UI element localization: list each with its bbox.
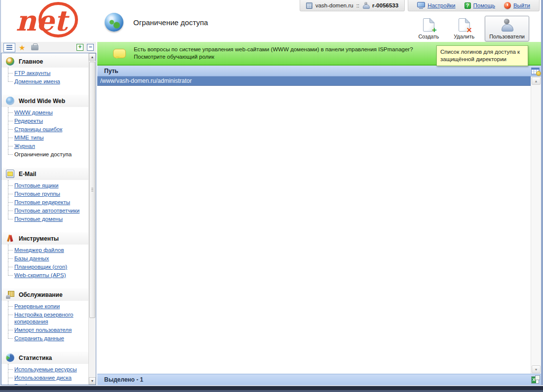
- topbar-link: Настройки: [417, 2, 455, 9]
- list-view-icon: [6, 45, 12, 50]
- sidebar-section-header[interactable]: Главное: [1, 55, 88, 68]
- sidebar-item-link[interactable]: Настройка резервного копирования: [14, 312, 73, 324]
- sidebar-section-header[interactable]: World Wide Web: [1, 95, 88, 107]
- logout-link[interactable]: Выйти: [513, 2, 530, 8]
- sidebar-item-link[interactable]: Почтовые редиректы: [14, 199, 70, 205]
- sidebar-section-header[interactable]: Инструменты: [1, 232, 88, 245]
- help-link[interactable]: Помощь: [473, 2, 495, 8]
- topbar-link: Выйти: [504, 2, 530, 9]
- sidebar-item-link[interactable]: Почтовые автоответчики: [14, 208, 79, 214]
- excel-export-icon[interactable]: [531, 376, 539, 384]
- expand-all-button[interactable]: +: [77, 44, 83, 51]
- grid-scroll-up-button[interactable]: ▲: [532, 77, 541, 85]
- sidebar-item[interactable]: Почтовые ящики: [1, 181, 88, 189]
- stats-section-icon: [6, 354, 14, 362]
- sidebar-section-title: Главное: [19, 58, 43, 65]
- favorites-star-icon[interactable]: ★: [19, 44, 25, 51]
- sidebar-item-link[interactable]: Журнал: [14, 143, 35, 149]
- sidebar-item[interactable]: WWW домены: [1, 108, 88, 116]
- ispmanager-window: net Ограничение доступа vash-domen.ru ::…: [0, 0, 543, 392]
- sidebar-item[interactable]: Планировщик (cron): [1, 263, 88, 271]
- sidebar-scroll-thumb[interactable]: [89, 62, 95, 318]
- topbar-link: Помощь: [465, 2, 495, 9]
- delete-button[interactable]: Удалить: [449, 15, 479, 41]
- sidebar-item-link[interactable]: Почтовые домены: [14, 216, 63, 222]
- sidebar-scrollbar[interactable]: ▲ ▼: [88, 53, 96, 385]
- sidebar-item[interactable]: Редиректы: [1, 117, 88, 125]
- sidebar-item[interactable]: Настройка резервного копирования: [1, 311, 88, 325]
- sidebar-item[interactable]: Трафик: [1, 382, 88, 385]
- topbar-domain: vash-domen.ru: [315, 2, 353, 8]
- create-button[interactable]: Создать: [414, 15, 443, 41]
- sidebar-item[interactable]: Ограничение доступа: [1, 150, 88, 158]
- toolbar-button-label: Пользователи: [489, 34, 525, 39]
- sidebar-item[interactable]: Базы данных: [1, 254, 88, 262]
- sidebar-item-link[interactable]: Почтовые ящики: [14, 182, 58, 188]
- sidebar-item[interactable]: Резервные копии: [1, 302, 88, 310]
- grid-scrollbar[interactable]: ▲ ▼: [531, 76, 541, 374]
- sidebar-item-link[interactable]: FTP аккаунты: [14, 70, 50, 76]
- sidebar-section-items: Менеджер файловБазы данныхПланировщик (c…: [1, 245, 88, 283]
- sidebar-item[interactable]: Доменные имена: [1, 77, 88, 85]
- sidebar-item[interactable]: FTP аккаунты: [1, 69, 88, 77]
- hint-tooltip: Список логинов для доступа к защищённой …: [436, 45, 528, 66]
- collapse-all-button[interactable]: −: [87, 44, 94, 51]
- help-book-icon: [465, 2, 471, 9]
- toolbox-view-button[interactable]: [29, 43, 40, 52]
- sidebar: ★ + − Главное FTP аккаунтыДоменные имена…: [1, 42, 96, 385]
- list-view-button[interactable]: [3, 43, 15, 52]
- sidebar-item[interactable]: Страницы ошибок: [1, 125, 88, 133]
- sidebar-item[interactable]: Импорт пользователя: [1, 326, 88, 334]
- sidebar-item-link[interactable]: Web-скрипты (APS): [14, 272, 66, 278]
- table-row[interactable]: /www/vash-domen.ru/administrator: [97, 76, 531, 86]
- sidebar-item-link[interactable]: Трафик: [14, 383, 34, 385]
- sidebar-item-link[interactable]: Планировщик (cron): [14, 264, 67, 270]
- page-title: Ограничение доступа: [133, 18, 208, 27]
- sidebar-item[interactable]: Менеджер файлов: [1, 246, 88, 254]
- settings-monitor-icon: [417, 2, 425, 9]
- sidebar-item-link[interactable]: WWW домены: [14, 109, 53, 115]
- sidebar-item[interactable]: MIME типы: [1, 134, 88, 142]
- settings-link[interactable]: Настройки: [427, 2, 455, 8]
- sidebar-menu: Главное FTP аккаунтыДоменные имена World…: [1, 53, 88, 385]
- sidebar-item[interactable]: Использование диска: [1, 374, 88, 382]
- sidebar-item[interactable]: Сохранить данные: [1, 334, 88, 342]
- sidebar-item-link[interactable]: Менеджер файлов: [14, 247, 64, 253]
- sidebar-item-link[interactable]: Резервные копии: [14, 303, 60, 309]
- users-icon: [500, 19, 514, 32]
- banner-text: Есть вопросы по системе управления web-с…: [134, 46, 445, 61]
- sidebar-item[interactable]: Почтовые редиректы: [1, 198, 88, 206]
- sidebar-section-header[interactable]: Статистика: [1, 352, 88, 364]
- column-settings-icon[interactable]: [531, 68, 540, 74]
- grid-scroll-down-button[interactable]: ▼: [532, 365, 541, 373]
- sidebar-item-link[interactable]: Редиректы: [14, 118, 43, 124]
- sidebar-section: Статистика Используемые ресурсыИспользов…: [1, 352, 88, 385]
- sidebar-section-items: WWW доменыРедиректыСтраницы ошибокMIME т…: [1, 107, 88, 162]
- sidebar-item-link[interactable]: Использование диска: [14, 375, 72, 381]
- sidebar-item-link[interactable]: Базы данных: [14, 255, 49, 261]
- sidebar-item-link[interactable]: Импорт пользователя: [14, 327, 72, 333]
- sidebar-section-header[interactable]: Обслуживание: [1, 288, 88, 301]
- sidebar-item[interactable]: Используемые ресурсы: [1, 365, 88, 373]
- sidebar-item-link[interactable]: Сохранить данные: [14, 335, 64, 341]
- sidebar-item[interactable]: Почтовые домены: [1, 215, 88, 223]
- sidebar-item-link[interactable]: Доменные имена: [14, 78, 60, 84]
- sidebar-item-link[interactable]: Почтовые группы: [14, 191, 60, 197]
- sidebar-item[interactable]: Web-скрипты (APS): [1, 271, 88, 279]
- sidebar-item-link[interactable]: Страницы ошибок: [14, 126, 62, 132]
- sidebar-item-link[interactable]: Используемые ресурсы: [14, 366, 77, 372]
- sidebar-item[interactable]: Почтовые автоответчики: [1, 207, 88, 214]
- sidebar-item[interactable]: Почтовые группы: [1, 190, 88, 198]
- sidebar-section-header[interactable]: E-Mail: [1, 168, 88, 180]
- sidebar-item-link[interactable]: MIME типы: [14, 135, 43, 141]
- speech-bubble-icon: [113, 49, 126, 58]
- sidebar-scroll-up-button[interactable]: ▲: [89, 53, 96, 61]
- sidebar-scroll-down-button[interactable]: ▼: [89, 377, 96, 385]
- sidebar-item[interactable]: Журнал: [1, 142, 88, 150]
- sidebar-section-title: Инструменты: [19, 235, 59, 242]
- info-banner: Есть вопросы по системе управления web-с…: [97, 42, 541, 66]
- users-button[interactable]: Пользователи: [485, 16, 529, 41]
- sidebar-section: Обслуживание Резервные копииНастройка ре…: [1, 288, 88, 346]
- status-bar: Выделено - 1: [97, 374, 541, 385]
- sidebar-item-label-active: Ограничение доступа: [14, 151, 72, 157]
